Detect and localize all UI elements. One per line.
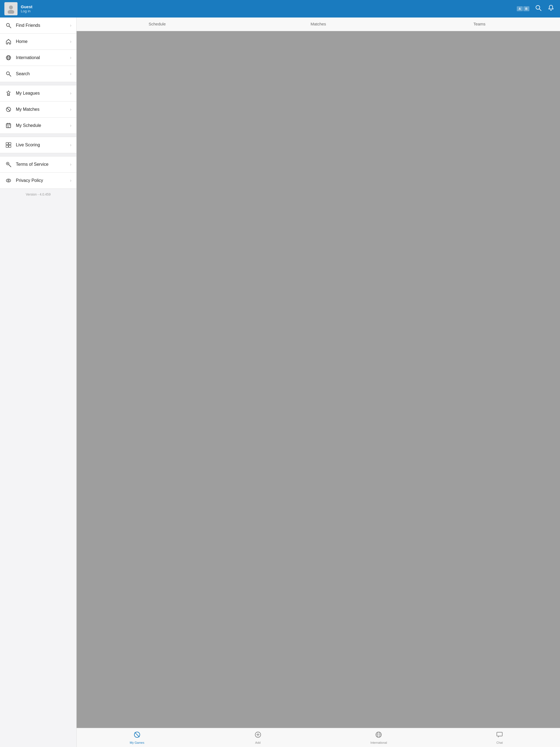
privacy-icon xyxy=(5,177,12,184)
chevron-find-friends: › xyxy=(70,23,71,28)
chevron-my-matches: › xyxy=(70,107,71,112)
svg-rect-25 xyxy=(6,145,8,148)
chevron-international: › xyxy=(70,55,71,60)
svg-rect-23 xyxy=(6,143,8,145)
score-icon[interactable]: A B xyxy=(517,6,529,11)
svg-line-28 xyxy=(9,165,11,167)
chat-label: Chat xyxy=(497,741,503,744)
user-info: Guest Log in xyxy=(21,4,32,13)
sidebar-spacer-3 xyxy=(0,153,76,156)
svg-line-4 xyxy=(539,9,541,11)
svg-rect-43 xyxy=(497,732,502,736)
international-icon xyxy=(5,54,12,61)
sidebar-item-international[interactable]: International › xyxy=(0,50,76,66)
search-sidebar-icon xyxy=(5,70,12,77)
bottom-nav: My Games Add xyxy=(77,728,560,747)
search-icon[interactable] xyxy=(535,4,542,13)
chevron-terms: › xyxy=(70,162,71,167)
tab-teams-label: Teams xyxy=(473,22,485,26)
international-bottom-label: International xyxy=(371,741,387,744)
sidebar-label-find-friends: Find Friends xyxy=(16,23,66,28)
add-label: Add xyxy=(255,741,261,744)
user-name: Guest xyxy=(21,4,32,9)
svg-point-12 xyxy=(6,72,9,75)
sidebar-spacer-2 xyxy=(0,134,76,137)
header-right: A B xyxy=(77,4,560,13)
svg-point-32 xyxy=(8,180,9,181)
tab-schedule[interactable]: Schedule xyxy=(77,18,238,31)
tab-matches-label: Matches xyxy=(310,22,326,26)
sidebar-item-my-leagues[interactable]: My Leagues › xyxy=(0,85,76,101)
right-panel: Schedule Matches Teams My Games xyxy=(77,18,560,747)
sidebar-item-home[interactable]: Home › xyxy=(0,34,76,50)
my-leagues-icon xyxy=(5,90,12,97)
bottom-nav-my-games[interactable]: My Games xyxy=(77,729,198,746)
header-left: Guest Log in xyxy=(0,2,77,15)
bottom-nav-international[interactable]: International xyxy=(319,729,439,746)
svg-point-31 xyxy=(6,179,11,182)
sidebar-label-search: Search xyxy=(16,71,66,76)
bottom-nav-chat[interactable]: Chat xyxy=(439,729,560,746)
my-games-icon xyxy=(133,731,141,740)
content-area xyxy=(77,31,560,728)
chevron-my-leagues: › xyxy=(70,91,71,96)
main-content: Find Friends › Home › In xyxy=(0,18,560,747)
svg-line-13 xyxy=(9,75,11,77)
sidebar-item-live-scoring[interactable]: Live Scoring › xyxy=(0,137,76,153)
my-games-label: My Games xyxy=(130,741,144,744)
chevron-home: › xyxy=(70,39,71,44)
international-bottom-icon xyxy=(375,731,382,740)
chevron-search: › xyxy=(70,71,71,76)
top-bar: Guest Log in A B xyxy=(0,0,560,18)
tab-matches[interactable]: Matches xyxy=(238,18,399,31)
home-icon xyxy=(5,38,12,45)
sidebar-item-terms[interactable]: Terms of Service › xyxy=(0,156,76,173)
sidebar-label-my-leagues: My Leagues xyxy=(16,91,66,96)
svg-point-1 xyxy=(9,5,13,9)
sidebar-label-international: International xyxy=(16,55,66,60)
sidebar-label-privacy: Privacy Policy xyxy=(16,178,66,183)
find-friends-icon xyxy=(5,22,12,29)
tab-schedule-label: Schedule xyxy=(149,22,166,26)
svg-line-34 xyxy=(135,732,139,737)
bottom-nav-add[interactable]: Add xyxy=(198,729,319,746)
sidebar-spacer-1 xyxy=(0,82,76,85)
my-matches-icon xyxy=(5,106,12,113)
svg-point-5 xyxy=(6,24,9,27)
sidebar-item-privacy[interactable]: Privacy Policy › xyxy=(0,173,76,189)
chevron-privacy: › xyxy=(70,178,71,183)
sidebar-item-search[interactable]: Search › xyxy=(0,66,76,82)
sidebar: Find Friends › Home › In xyxy=(0,18,77,747)
notification-icon[interactable] xyxy=(548,4,555,13)
sidebar-label-terms: Terms of Service xyxy=(16,162,66,167)
live-scoring-icon xyxy=(5,141,12,149)
sidebar-item-my-matches[interactable]: My Matches › xyxy=(0,101,76,118)
svg-line-16 xyxy=(7,108,10,111)
sidebar-label-my-matches: My Matches xyxy=(16,107,66,112)
sidebar-label-live-scoring: Live Scoring xyxy=(16,143,66,148)
sidebar-item-find-friends[interactable]: Find Friends › xyxy=(0,18,76,34)
chat-icon xyxy=(496,731,503,740)
sidebar-label-home: Home xyxy=(16,39,66,44)
sidebar-label-my-schedule: My Schedule xyxy=(16,123,66,128)
version-text: Version - 4.0.459 xyxy=(0,189,76,200)
my-schedule-icon xyxy=(5,122,12,129)
svg-rect-24 xyxy=(9,143,11,145)
svg-rect-17 xyxy=(6,124,11,128)
svg-line-6 xyxy=(9,26,11,28)
tab-bar: Schedule Matches Teams xyxy=(77,18,560,31)
svg-rect-26 xyxy=(9,145,11,148)
terms-icon xyxy=(5,161,12,168)
tab-teams[interactable]: Teams xyxy=(399,18,560,31)
chevron-my-schedule: › xyxy=(70,123,71,128)
chevron-live-scoring: › xyxy=(70,143,71,148)
login-link[interactable]: Log in xyxy=(21,9,32,13)
sidebar-item-my-schedule[interactable]: My Schedule › xyxy=(0,118,76,134)
add-icon xyxy=(254,731,261,740)
avatar[interactable] xyxy=(4,2,18,15)
